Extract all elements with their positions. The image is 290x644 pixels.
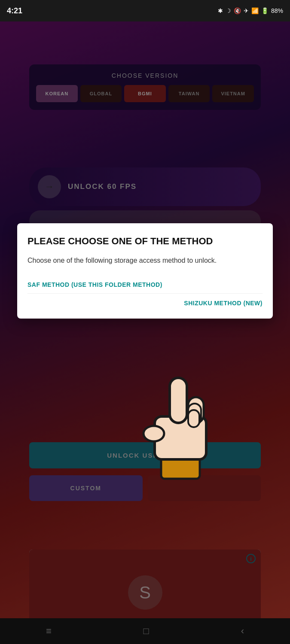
dialog-overlay	[0, 0, 290, 644]
mute-icon: 🔇	[234, 7, 241, 14]
dialog-body: Choose one of the following storage acce…	[27, 255, 263, 266]
dialog-title: PLEASE CHOOSE ONE OF THE METHOD	[27, 235, 263, 248]
battery-icon: 🔋	[261, 7, 269, 14]
saf-method-button[interactable]: SAF METHOD (USE THIS FOLDER METHOD)	[27, 278, 162, 292]
moon-icon: ☽	[226, 7, 231, 14]
wifi-icon: 📶	[251, 7, 259, 14]
battery-percent: 88%	[271, 7, 283, 14]
status-icons: ✱ ☽ 🔇 ✈ 📶 🔋 88%	[218, 7, 283, 14]
shizuku-method-button[interactable]: SHIZUKU METHOD (NEW)	[27, 296, 263, 310]
status-bar: 4:21 ✱ ☽ 🔇 ✈ 📶 🔋 88%	[0, 0, 290, 21]
dialog-divider	[27, 293, 263, 294]
dialog: PLEASE CHOOSE ONE OF THE METHOD Choose o…	[17, 223, 273, 319]
bluetooth-icon: ✱	[218, 7, 223, 14]
status-time: 4:21	[7, 6, 22, 15]
airplane-icon: ✈	[244, 7, 249, 14]
